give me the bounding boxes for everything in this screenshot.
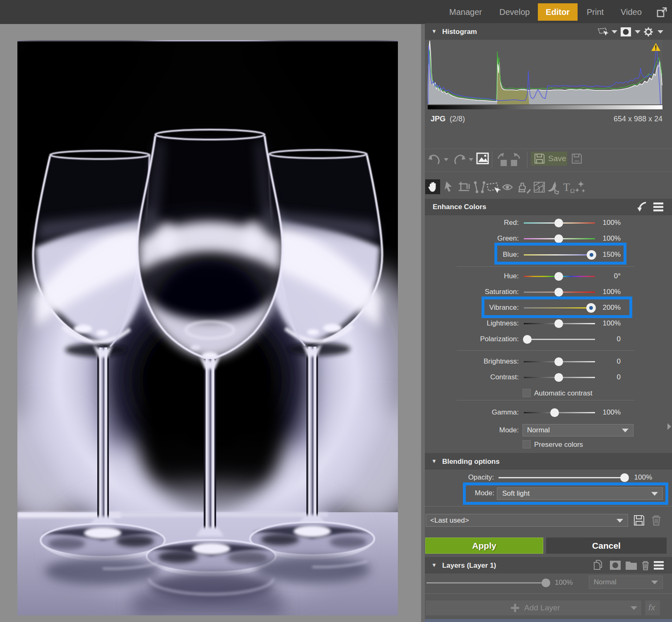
svg-text:Ω: Ω — [570, 188, 575, 194]
svg-text:T: T — [563, 181, 570, 193]
